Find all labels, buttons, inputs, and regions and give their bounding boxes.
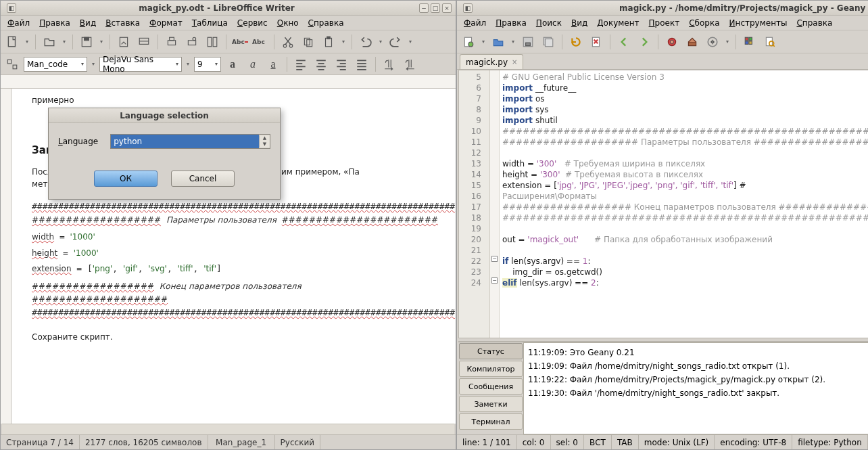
save-file-icon[interactable]: [519, 33, 537, 51]
spellcheck-icon[interactable]: Abc: [231, 33, 249, 51]
menu-tools[interactable]: Сервис: [233, 17, 272, 29]
gmenu-build[interactable]: Сборка: [685, 17, 723, 29]
autospell-icon[interactable]: Abc: [251, 33, 269, 51]
vertical-ruler[interactable]: [1, 89, 11, 424]
print-icon[interactable]: [163, 33, 180, 51]
gmenu-document[interactable]: Документ: [593, 17, 643, 29]
tab-magick[interactable]: magick.py×: [460, 54, 523, 69]
italic-icon[interactable]: a: [244, 55, 262, 73]
gmenu-help[interactable]: Справка: [792, 17, 836, 29]
fold-margin[interactable]: − −: [490, 70, 500, 338]
revert-icon[interactable]: [567, 33, 585, 51]
align-right-icon[interactable]: [333, 55, 350, 73]
align-justify-icon[interactable]: [353, 55, 370, 73]
ltr-icon[interactable]: [381, 55, 398, 73]
forward-icon[interactable]: [635, 33, 653, 51]
fold-icon[interactable]: −: [491, 277, 498, 284]
btab-compiler[interactable]: Компилятор: [459, 361, 523, 377]
copy-icon[interactable]: [299, 33, 317, 51]
redo-dropdown[interactable]: ▾: [407, 39, 414, 45]
btab-terminal[interactable]: Терминал: [459, 413, 523, 430]
menu-help[interactable]: Справка: [304, 17, 348, 29]
menu-view[interactable]: Вид: [76, 17, 100, 29]
menu-file[interactable]: Файл: [3, 17, 34, 29]
rtl-icon[interactable]: [401, 55, 418, 73]
spin-up-icon[interactable]: ▲: [260, 135, 270, 141]
gmenu-view[interactable]: Вид: [567, 17, 592, 29]
btab-messages[interactable]: Сообщения: [459, 378, 523, 395]
back-icon[interactable]: [615, 33, 633, 51]
search-icon[interactable]: [761, 33, 779, 51]
font-size-combo[interactable]: 9▾: [194, 57, 221, 72]
menu-insert[interactable]: Вставка: [101, 17, 144, 29]
horizontal-ruler[interactable]: [1, 75, 456, 89]
menu-window[interactable]: Окно: [273, 17, 303, 29]
language-input[interactable]: [111, 135, 259, 148]
color-icon[interactable]: [741, 33, 758, 51]
paste-dropdown[interactable]: ▾: [340, 39, 347, 45]
underline-icon[interactable]: a: [264, 55, 282, 73]
gmenu-file[interactable]: Файл: [460, 17, 490, 29]
run-dd[interactable]: ▾: [724, 39, 731, 45]
menu-table[interactable]: Таблица: [188, 17, 232, 29]
spin-down-icon[interactable]: ▼: [260, 141, 270, 148]
redo-icon[interactable]: [387, 33, 404, 51]
open-dd[interactable]: ▾: [510, 39, 516, 45]
new-doc-icon[interactable]: [3, 33, 21, 51]
lo-hscrollbar[interactable]: [2, 424, 454, 434]
save-icon[interactable]: [78, 33, 95, 51]
msg-row: 11:19:22: Файл /home/dmitry/Projects/mag…: [528, 373, 868, 386]
new-dd[interactable]: ▾: [480, 39, 487, 45]
ok-button[interactable]: ОК: [94, 171, 158, 187]
gmenu-project[interactable]: Проект: [645, 17, 684, 29]
build-icon[interactable]: [683, 33, 701, 51]
minimize-icon[interactable]: −: [419, 3, 429, 13]
open-icon[interactable]: [41, 33, 58, 51]
new-file-icon[interactable]: [460, 33, 477, 51]
font-dropdown[interactable]: ▾: [185, 61, 191, 67]
paragraph-style-combo[interactable]: Man_code▾: [24, 57, 87, 72]
align-left-icon[interactable]: [292, 55, 310, 73]
close-file-icon[interactable]: [587, 33, 605, 51]
new-dropdown[interactable]: ▾: [24, 39, 30, 45]
print-direct-icon[interactable]: [183, 33, 201, 51]
save-dropdown[interactable]: ▾: [98, 39, 105, 45]
styles-icon[interactable]: [3, 55, 21, 73]
open-file-icon[interactable]: [489, 33, 507, 51]
cancel-button[interactable]: Cancel: [171, 171, 235, 187]
align-center-icon[interactable]: [312, 55, 330, 73]
messages-panel[interactable]: 11:19:09: Это Geany 0.21 11:19:09: Файл …: [523, 342, 868, 434]
style-apply[interactable]: ▾: [90, 61, 97, 67]
fold-icon[interactable]: −: [491, 256, 498, 262]
gmenu-tools[interactable]: Инструменты: [725, 17, 792, 29]
run-icon[interactable]: [704, 33, 721, 51]
code-editor[interactable]: 56789101112131415161718192021222324 − − …: [458, 70, 868, 338]
undo-icon[interactable]: [357, 33, 375, 51]
paste-icon[interactable]: [320, 33, 337, 51]
export-pdf-icon[interactable]: [115, 33, 132, 51]
menu-format[interactable]: Формат: [145, 17, 187, 29]
close-icon[interactable]: ×: [442, 3, 452, 13]
doc-height: height = '1000': [32, 246, 442, 260]
status-lang[interactable]: Русский: [275, 435, 320, 449]
gmenu-search[interactable]: Поиск: [532, 17, 566, 29]
language-field[interactable]: ▲▼: [110, 134, 270, 149]
menu-icon[interactable]: ◧: [463, 3, 473, 13]
code-content[interactable]: # GNU General Public License Version 3 i…: [500, 70, 868, 338]
compile-icon[interactable]: [663, 33, 681, 51]
menu-icon[interactable]: ◧: [7, 3, 16, 13]
gmenu-edit[interactable]: Правка: [491, 17, 531, 29]
btab-notes[interactable]: Заметки: [459, 396, 523, 412]
maximize-icon[interactable]: □: [431, 3, 440, 13]
save-all-icon[interactable]: [539, 33, 557, 51]
print-preview-icon[interactable]: [135, 33, 153, 51]
font-name-combo[interactable]: DejaVu Sans Mono▾: [99, 57, 182, 72]
tab-close-icon[interactable]: ×: [512, 58, 517, 66]
page-preview-icon[interactable]: [203, 33, 221, 51]
btab-status[interactable]: Статус: [459, 343, 523, 359]
undo-dropdown[interactable]: ▾: [377, 39, 384, 45]
menu-edit[interactable]: Правка: [35, 17, 74, 29]
open-dropdown[interactable]: ▾: [61, 39, 68, 45]
cut-icon[interactable]: [279, 33, 297, 51]
bold-icon[interactable]: a: [224, 55, 241, 73]
